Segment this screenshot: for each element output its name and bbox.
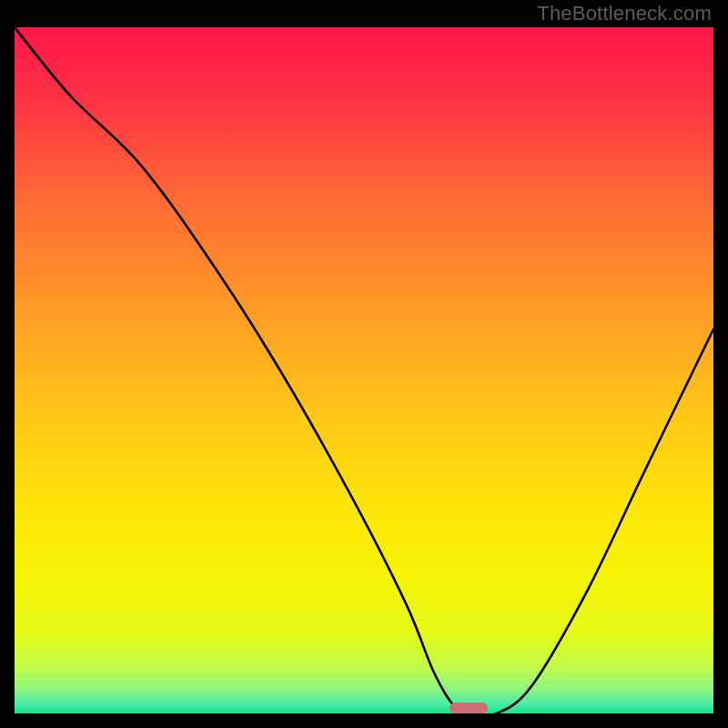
background-gradient [15,27,713,713]
plot-area [15,27,713,713]
svg-rect-0 [15,27,713,713]
optimal-marker [450,703,488,713]
chart-frame: TheBottleneck.com [0,0,728,728]
watermark-text: TheBottleneck.com [537,2,712,25]
